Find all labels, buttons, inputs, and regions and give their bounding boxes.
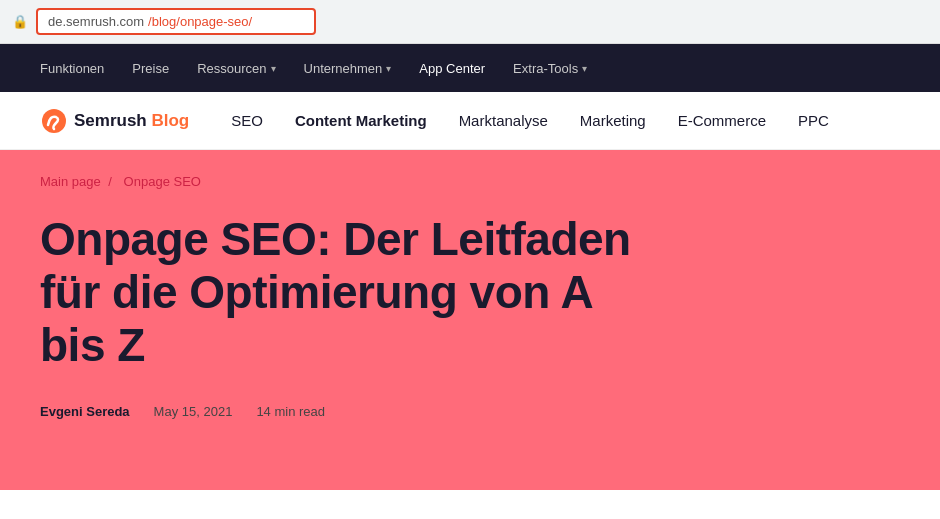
- chevron-down-icon: ▾: [271, 63, 276, 74]
- hero-meta: Evgeni Sereda May 15, 2021 14 min read: [40, 404, 900, 419]
- nav-item-ressourcen[interactable]: Ressourcen ▾: [197, 61, 275, 76]
- hero-author: Evgeni Sereda: [40, 404, 130, 419]
- semrush-logo-icon: [40, 107, 68, 135]
- url-domain: de.semrush.com: [48, 14, 144, 29]
- blog-logo[interactable]: Semrush Blog: [40, 107, 189, 135]
- address-bar[interactable]: de.semrush.com/blog/onpage-seo/: [36, 8, 316, 35]
- hero-read-time: 14 min read: [256, 404, 325, 419]
- breadcrumb-home[interactable]: Main page: [40, 174, 101, 189]
- blog-nav-ppc[interactable]: PPC: [798, 112, 829, 129]
- nav-item-app-center[interactable]: App Center: [419, 61, 485, 76]
- browser-chrome: 🔒 de.semrush.com/blog/onpage-seo/: [0, 0, 940, 44]
- nav-item-funktionen[interactable]: Funktionen: [40, 61, 104, 76]
- blog-logo-text: Semrush Blog: [74, 111, 189, 131]
- breadcrumb: Main page / Onpage SEO: [40, 174, 900, 189]
- nav-item-unternehmen[interactable]: Unternehmen ▾: [304, 61, 392, 76]
- blog-nav-ecommerce[interactable]: E-Commerce: [678, 112, 766, 129]
- blog-nav-marktanalyse[interactable]: Marktanalyse: [459, 112, 548, 129]
- chevron-down-icon: ▾: [582, 63, 587, 74]
- lock-icon: 🔒: [12, 14, 28, 29]
- hero-date: May 15, 2021: [154, 404, 233, 419]
- hero-title: Onpage SEO: Der Leitfaden für die Optimi…: [40, 213, 660, 372]
- blog-nav-seo[interactable]: SEO: [231, 112, 263, 129]
- nav-item-extra-tools[interactable]: Extra-Tools ▾: [513, 61, 587, 76]
- nav-item-preise[interactable]: Preise: [132, 61, 169, 76]
- top-nav: Funktionen Preise Ressourcen ▾ Unternehm…: [0, 44, 940, 92]
- breadcrumb-separator: /: [108, 174, 112, 189]
- chevron-down-icon: ▾: [386, 63, 391, 74]
- blog-nav-marketing[interactable]: Marketing: [580, 112, 646, 129]
- hero-section: Main page / Onpage SEO Onpage SEO: Der L…: [0, 150, 940, 490]
- breadcrumb-current: Onpage SEO: [124, 174, 201, 189]
- blog-nav: Semrush Blog SEO Content Marketing Markt…: [0, 92, 940, 150]
- url-path: /blog/onpage-seo/: [148, 14, 252, 29]
- blog-nav-content-marketing[interactable]: Content Marketing: [295, 112, 427, 129]
